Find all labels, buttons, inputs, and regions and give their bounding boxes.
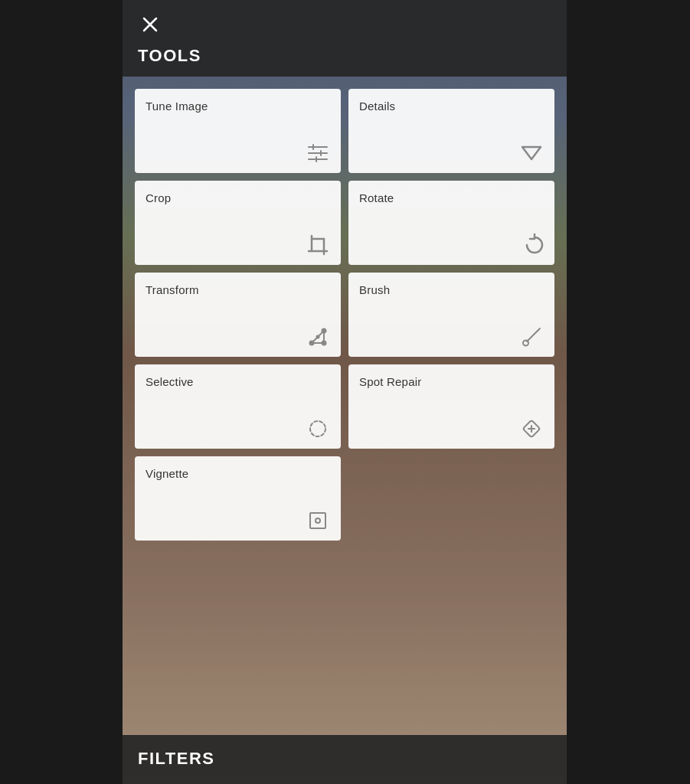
spot-repair-icon	[519, 416, 544, 441]
vignette-icon	[306, 508, 330, 533]
rotate-icon-area	[359, 220, 544, 257]
tool-card-details[interactable]: Details	[348, 89, 554, 173]
tool-card-rotate[interactable]: Rotate	[348, 181, 554, 265]
tool-name-rotate: Rotate	[359, 191, 544, 204]
crop-icon	[306, 233, 330, 257]
bottom-bar: FILTERS	[123, 735, 567, 784]
svg-rect-27	[310, 513, 325, 528]
sliders-icon	[306, 141, 330, 165]
transform-icon	[306, 325, 330, 349]
transform-icon-area	[146, 312, 330, 349]
tool-card-spot-repair[interactable]: Spot Repair	[348, 364, 554, 449]
svg-line-21	[538, 328, 540, 331]
svg-point-28	[316, 518, 320, 523]
svg-point-23	[310, 421, 325, 436]
tool-card-tune-image[interactable]: Tune Image	[135, 89, 341, 173]
tools-area: Tune Image Details	[123, 77, 567, 735]
tool-card-vignette[interactable]: Vignette	[135, 456, 341, 541]
tool-card-selective[interactable]: Selective	[135, 364, 341, 449]
selective-icon-area	[146, 404, 330, 441]
app-container: TOOLS Tune Image	[123, 0, 567, 784]
svg-point-22	[523, 341, 528, 346]
right-panel	[567, 0, 690, 784]
tool-name-crop: Crop	[146, 191, 330, 204]
filters-section-title: FILTERS	[138, 749, 551, 769]
close-icon	[141, 15, 159, 34]
tools-grid: Tune Image Details	[135, 89, 554, 541]
details-icon-area	[359, 129, 544, 165]
tool-card-crop[interactable]: Crop	[135, 181, 341, 265]
top-bar: TOOLS	[123, 0, 567, 77]
tool-name-selective: Selective	[146, 375, 330, 388]
tool-name-spot-repair: Spot Repair	[359, 375, 544, 388]
svg-marker-8	[522, 147, 541, 159]
tools-section-title: TOOLS	[138, 46, 551, 66]
tool-name-tune-image: Tune Image	[146, 100, 330, 113]
tool-name-details: Details	[359, 100, 544, 113]
brush-icon	[519, 325, 544, 349]
tune-image-icon-area	[146, 129, 330, 165]
vignette-icon-area	[146, 496, 330, 533]
left-panel	[0, 0, 123, 784]
crop-icon-area	[146, 220, 330, 257]
tool-name-transform: Transform	[146, 283, 330, 296]
triangle-down-icon	[519, 141, 544, 165]
tool-card-transform[interactable]: Transform	[135, 273, 341, 357]
tool-name-brush: Brush	[359, 283, 544, 296]
selective-icon	[306, 416, 330, 441]
tool-name-vignette: Vignette	[146, 467, 330, 480]
rotate-icon	[519, 233, 544, 257]
close-button[interactable]	[138, 12, 162, 37]
spot-repair-icon-area	[359, 404, 544, 441]
tool-card-brush[interactable]: Brush	[348, 273, 554, 357]
svg-line-20	[527, 331, 538, 341]
brush-icon-area	[359, 312, 544, 349]
